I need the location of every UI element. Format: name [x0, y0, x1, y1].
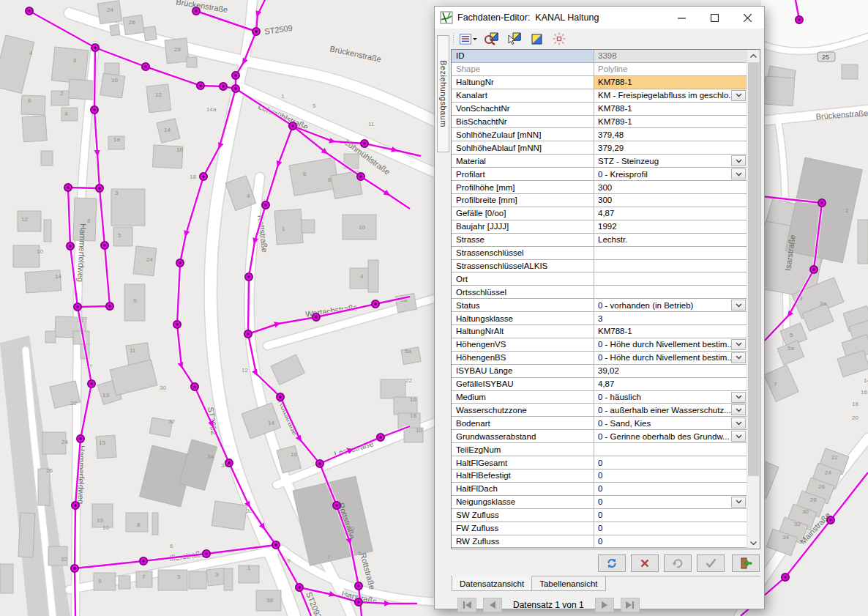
property-row-wasserschutzzone[interactable]: Wasserschutzzone0 - außerhalb einer Wass…: [452, 404, 747, 417]
property-value[interactable]: 4,87: [594, 378, 747, 390]
tab-tabellenansicht[interactable]: Tabellenansicht: [532, 576, 605, 591]
property-row-medium[interactable]: Medium0 - häuslich: [452, 391, 747, 404]
undo-button[interactable]: [664, 554, 692, 572]
toolbar-grip[interactable]: [452, 32, 454, 45]
property-row-baujahr-jjjj-[interactable]: Baujahr [JJJJ]1992: [452, 220, 747, 234]
property-row-gefälleisybau[interactable]: GefälleISYBAU4,87: [452, 378, 747, 391]
property-row-strasse[interactable]: StrasseLechstr.: [452, 234, 747, 247]
property-row-strassenschlüsselalkis[interactable]: StrassenschlüsselALKIS: [452, 260, 747, 273]
property-value[interactable]: 0 - außerhalb einer Wasserschutz...: [594, 404, 747, 416]
property-value[interactable]: 379,48: [594, 128, 747, 141]
property-row-haltflbefestigt[interactable]: HaltFlBefestigt0: [452, 470, 747, 483]
minimize-icon[interactable]: [665, 7, 698, 29]
dropdown-button-icon[interactable]: [731, 392, 746, 403]
tab-datensatzansicht[interactable]: Datensatzansicht: [452, 576, 532, 591]
dropdown-button-icon[interactable]: [731, 404, 746, 415]
property-row-bisschachtnr[interactable]: BisSchachtNrKM789-1: [452, 116, 747, 129]
record-view-selector-icon[interactable]: [460, 31, 477, 47]
next-record-button[interactable]: [595, 598, 614, 612]
property-row-ort[interactable]: Ort: [452, 272, 747, 286]
property-row-neigungsklasse[interactable]: Neigungsklasse0: [452, 496, 747, 509]
property-value[interactable]: [594, 443, 747, 456]
property-row-material[interactable]: MaterialSTZ - Steinzeug: [452, 155, 747, 168]
property-value[interactable]: [594, 272, 747, 285]
dropdown-button-icon[interactable]: [731, 300, 746, 311]
property-value[interactable]: 0 - häuslich: [594, 391, 747, 404]
dropdown-button-icon[interactable]: [731, 168, 746, 179]
property-row-haltungnralt[interactable]: HaltungNrAltKM788-1: [452, 325, 747, 338]
scrollbar-thumb[interactable]: [748, 62, 759, 476]
property-row-bodenart[interactable]: Bodenart0 - Sand, Kies: [452, 417, 747, 430]
property-row-profilhöhe-mm-[interactable]: Profilhöhe [mm]300: [452, 181, 747, 194]
property-value[interactable]: [594, 286, 747, 298]
property-value[interactable]: STZ - Steinzeug: [594, 155, 747, 167]
delete-button[interactable]: [631, 554, 659, 572]
dropdown-button-icon[interactable]: [731, 418, 746, 428]
property-value[interactable]: 0: [594, 522, 747, 535]
property-row-sohlhöhezulauf-mnn-[interactable]: SohlhöheZulauf [mNN]379,48: [452, 128, 747, 141]
property-row-profilbreite-mm-[interactable]: Profilbreite [mm]300: [452, 194, 747, 207]
property-value[interactable]: 0: [594, 470, 747, 482]
dropdown-button-icon[interactable]: [731, 90, 746, 101]
property-row-sohlhöheablauf-mnn-[interactable]: SohlhöheAblauf [mNN]379,29: [452, 141, 747, 155]
property-value[interactable]: KM788-1: [594, 103, 747, 115]
close-editor-button[interactable]: [732, 554, 760, 572]
property-value[interactable]: 3398: [594, 50, 747, 62]
tab-beziehungsbaum[interactable]: Beziehungsbaum: [437, 35, 449, 152]
refresh-button[interactable]: [598, 554, 626, 572]
property-value[interactable]: 0 - Kreisprofil: [594, 168, 747, 180]
property-value[interactable]: 0: [594, 509, 747, 522]
scroll-up-icon[interactable]: [747, 50, 760, 62]
property-value[interactable]: KM788-1: [594, 325, 747, 338]
property-value[interactable]: 379,29: [594, 141, 747, 154]
property-row-höhengenvs[interactable]: HöhengenVS0 - Höhe durch Nivellement bes…: [452, 338, 747, 352]
property-row-sw-zufluss[interactable]: SW Zufluss0: [452, 509, 747, 522]
property-value[interactable]: KM788-1: [594, 76, 747, 89]
dropdown-button-icon[interactable]: [731, 431, 746, 442]
scroll-down-icon[interactable]: [747, 537, 760, 549]
property-row-teilezgnum[interactable]: TeilEzgNum: [452, 443, 747, 456]
dropdown-button-icon[interactable]: [731, 497, 746, 508]
property-value[interactable]: 0 - Sand, Kies: [594, 417, 747, 429]
property-value[interactable]: 0 - Höhe durch Nivellement bestim...: [594, 338, 747, 351]
property-value[interactable]: 0: [594, 535, 747, 548]
property-value[interactable]: KM789-1: [594, 116, 747, 128]
property-value[interactable]: 0: [594, 496, 747, 508]
property-row-strassenschlüssel[interactable]: Strassenschlüssel: [452, 247, 747, 260]
zoom-to-feature-icon[interactable]: [482, 31, 500, 47]
property-row-status[interactable]: Status0 - vorhanden (in Betrieb): [452, 299, 747, 312]
property-row-haltungsklasse[interactable]: Haltungsklasse3: [452, 312, 747, 325]
property-value[interactable]: 0 - Höhe durch Nivellement bestim...: [594, 352, 747, 364]
property-row-profilart[interactable]: Profilart0 - Kreisprofil: [452, 168, 747, 181]
apply-button[interactable]: [697, 554, 725, 572]
maximize-icon[interactable]: [698, 7, 731, 29]
dropdown-button-icon[interactable]: [731, 339, 746, 350]
property-value[interactable]: 3: [594, 312, 747, 324]
property-value[interactable]: 1992: [594, 220, 747, 233]
blink-feature-icon[interactable]: [550, 31, 568, 47]
property-value[interactable]: 0 - Gerinne oberhalb des Grundw...: [594, 430, 747, 442]
property-row-kanalart[interactable]: KanalartKM - Freispiegelabfluss im gesch…: [452, 89, 747, 103]
close-icon[interactable]: [731, 7, 764, 29]
property-row-haltflgesamt[interactable]: HaltFlGesamt0: [452, 456, 747, 470]
flash-feature-icon[interactable]: [528, 31, 545, 47]
dropdown-button-icon[interactable]: [731, 352, 746, 363]
vertical-scrollbar[interactable]: [747, 50, 760, 549]
property-row-höhengenbs[interactable]: HöhengenBS0 - Höhe durch Nivellement bes…: [452, 352, 747, 365]
previous-record-button[interactable]: [483, 598, 502, 612]
property-value[interactable]: 300: [594, 181, 747, 193]
property-row-id[interactable]: ID3398: [452, 50, 747, 63]
property-row-rw-zufluss[interactable]: RW Zufluss0: [452, 535, 747, 549]
property-value[interactable]: 0 - vorhanden (in Betrieb): [594, 299, 747, 311]
property-value[interactable]: 0: [594, 456, 747, 469]
property-row-haltfldach[interactable]: HaltFlDach0: [452, 483, 747, 496]
property-row-vonschachtnr[interactable]: VonSchachtNrKM788-1: [452, 103, 747, 116]
select-feature-icon[interactable]: [505, 31, 523, 47]
last-record-button[interactable]: [621, 598, 640, 612]
property-row-shape[interactable]: ShapePolyline: [452, 63, 747, 76]
property-value[interactable]: [594, 260, 747, 272]
property-value[interactable]: 0: [594, 483, 747, 495]
property-row-haltungnr[interactable]: HaltungNrKM788-1: [452, 76, 747, 89]
property-value[interactable]: Polyline: [594, 63, 747, 75]
property-row-gefälle-0-oo-[interactable]: Gefälle [0/oo]4,87: [452, 207, 747, 220]
